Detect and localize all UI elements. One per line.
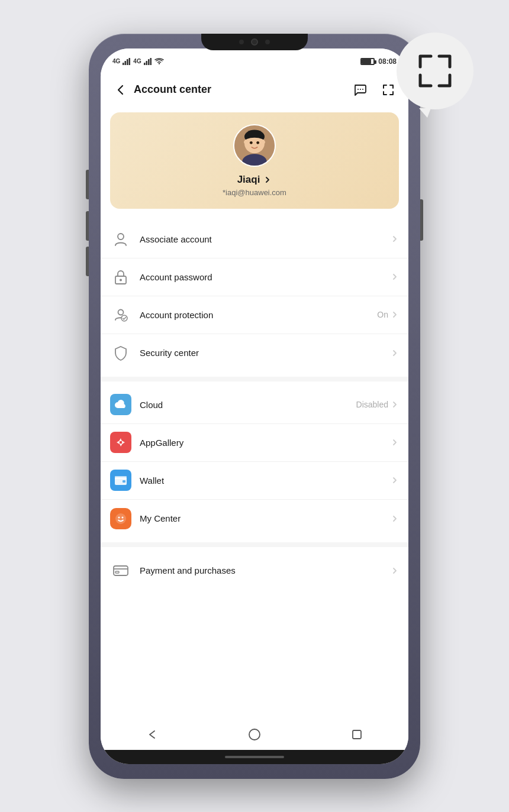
svg-point-32	[249, 729, 260, 740]
wallet-label: Wallet	[140, 475, 391, 486]
scan-header-icon	[381, 83, 395, 97]
payment-right	[391, 567, 399, 575]
scan-corners-icon	[414, 50, 456, 92]
phone-notch	[201, 34, 308, 50]
svg-point-26	[115, 513, 126, 524]
cloud-app-icon-wrapper	[110, 394, 131, 415]
menu-item-associate[interactable]: Associate account	[101, 221, 408, 258]
home-indicator	[101, 750, 408, 764]
chat-button[interactable]	[349, 79, 371, 101]
security-right	[391, 349, 399, 357]
nav-home-icon	[248, 728, 261, 741]
svg-rect-25	[123, 480, 125, 483]
nav-recents-icon	[352, 729, 362, 740]
battery-icon	[360, 58, 375, 65]
mycenter-right	[391, 515, 399, 523]
apps-section: Cloud Disabled	[101, 386, 408, 538]
menu-item-payment[interactable]: Payment and purchases	[101, 552, 408, 590]
menu-item-cloud[interactable]: Cloud Disabled	[101, 386, 408, 424]
security-chevron-icon	[391, 349, 399, 357]
back-arrow-icon	[114, 83, 127, 96]
menu-item-mycenter[interactable]: My Center	[101, 500, 408, 538]
appgallery-label: AppGallery	[140, 438, 391, 448]
back-button[interactable]	[110, 79, 131, 101]
svg-rect-24	[115, 476, 127, 479]
payment-icon	[110, 560, 131, 581]
mycenter-chevron-icon	[391, 515, 399, 523]
appgallery-icon-wrapper	[110, 432, 131, 453]
cloud-label: Cloud	[140, 400, 356, 410]
username-row: Jiaqi	[237, 174, 272, 186]
section-divider-1	[101, 377, 408, 381]
protection-chevron-icon	[391, 310, 399, 319]
svg-rect-6	[148, 59, 150, 65]
nav-back-button[interactable]	[139, 722, 165, 748]
svg-rect-0	[123, 63, 124, 65]
scan-bubble[interactable]	[397, 33, 473, 109]
menu-item-security[interactable]: Security center	[101, 334, 408, 372]
status-time: 08:08	[378, 57, 397, 66]
associate-label: Associate account	[140, 234, 391, 244]
status-signal: 4G 4G	[112, 58, 164, 65]
home-bar	[225, 756, 284, 758]
svg-point-16	[256, 141, 259, 144]
nav-recents-button[interactable]	[344, 722, 370, 748]
svg-point-27	[118, 516, 120, 518]
wallet-chevron-icon	[391, 476, 399, 484]
svg-rect-5	[146, 61, 147, 65]
header-actions	[349, 79, 399, 101]
appgallery-icon	[110, 432, 131, 453]
nav-back-icon	[146, 729, 158, 740]
svg-point-14	[244, 137, 265, 146]
svg-point-8	[357, 89, 359, 90]
menu-item-password[interactable]: Account password	[101, 258, 408, 296]
wallet-icon	[110, 470, 131, 491]
avatar-image	[234, 124, 275, 167]
signal-bars-1	[123, 58, 131, 65]
svg-point-9	[360, 89, 361, 90]
svg-point-20	[120, 279, 122, 282]
payment-chevron-icon	[391, 567, 399, 575]
svg-point-21	[118, 310, 124, 315]
status-battery-time: 08:08	[360, 57, 397, 66]
scan-button[interactable]	[378, 79, 399, 101]
payment-section: Payment and purchases	[101, 552, 408, 590]
protection-status: On	[377, 310, 388, 319]
menu-item-protection[interactable]: Account protection On	[101, 296, 408, 334]
svg-point-10	[362, 89, 363, 90]
username-label: Jiaqi	[237, 174, 260, 186]
protection-icon	[110, 304, 131, 325]
username-chevron-icon	[263, 176, 272, 184]
protection-right: On	[377, 310, 399, 319]
svg-rect-1	[125, 61, 127, 65]
profile-card[interactable]: Jiaqi *iaqi@huawei.com	[110, 112, 399, 209]
section-divider-2	[101, 542, 408, 547]
svg-rect-4	[144, 63, 146, 65]
svg-rect-3	[129, 58, 131, 65]
svg-rect-29	[114, 566, 128, 575]
nav-home-button[interactable]	[241, 722, 268, 748]
password-chevron-icon	[391, 273, 399, 281]
payment-label: Payment and purchases	[140, 565, 391, 575]
menu-item-wallet[interactable]: Wallet	[101, 462, 408, 500]
cloud-status: Disabled	[356, 400, 388, 409]
phone-screen: 4G 4G	[101, 48, 408, 764]
account-settings-section: Associate account	[101, 221, 408, 372]
page-title: Account center	[134, 83, 349, 96]
cloud-right: Disabled	[356, 400, 399, 409]
appgallery-right	[391, 438, 399, 447]
user-email: *iaqi@huawei.com	[223, 188, 286, 197]
password-right	[391, 273, 399, 281]
notch-camera	[251, 38, 258, 46]
mycenter-icon	[110, 508, 131, 529]
associate-right	[391, 235, 399, 243]
menu-item-appgallery[interactable]: AppGallery	[101, 424, 408, 462]
password-icon	[110, 266, 131, 287]
svg-point-22	[121, 315, 127, 321]
svg-point-28	[122, 516, 124, 518]
signal-4g-1: 4G	[112, 58, 120, 64]
svg-point-15	[250, 141, 253, 144]
associate-chevron-icon	[391, 235, 399, 243]
battery-fill	[362, 59, 371, 64]
svg-rect-7	[150, 58, 152, 65]
